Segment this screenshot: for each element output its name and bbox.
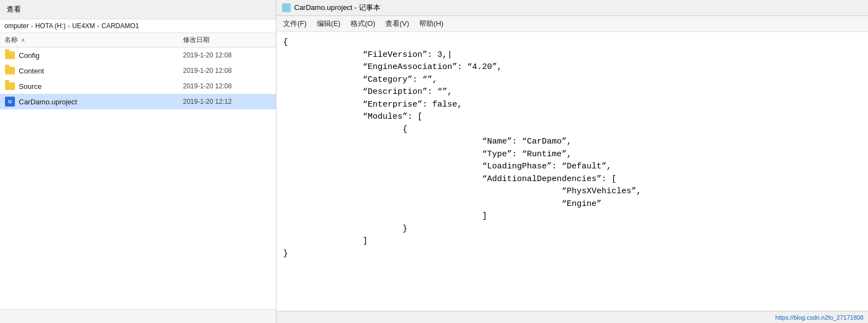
file-date-content: 2019-1-20 12:08 <box>183 67 271 75</box>
breadcrumb-sep-3: › <box>97 23 100 29</box>
breadcrumb-cardamo1[interactable]: CARDAMO1 <box>102 22 139 30</box>
list-item[interactable]: U CarDamo.uproject 2019-1-20 12:12 <box>0 94 276 109</box>
menu-view[interactable]: 查看(V) <box>381 17 414 30</box>
menu-help[interactable]: 帮助(H) <box>415 17 448 30</box>
notepad-text-area[interactable]: { “FileVersion”: 3,| “EngineAssociation”… <box>276 32 868 311</box>
uproject-icon: U <box>4 97 15 107</box>
menu-format[interactable]: 格式(O) <box>346 17 380 30</box>
file-date-config: 2019-1-20 12:08 <box>183 51 271 59</box>
notepad-statusbar: https://blog.csdn.n2fo_27171808 <box>276 311 868 323</box>
notepad-titlebar: CarDamo.uproject - 记事本 <box>276 0 868 16</box>
folder-icon <box>4 50 15 60</box>
file-name-content: Content <box>19 67 183 75</box>
explorer-bottom <box>0 309 276 323</box>
toolbar-label: 查看 <box>7 4 21 14</box>
column-headers: 名称 ∧ 修改日期 <box>0 33 276 47</box>
folder-icon <box>4 66 15 76</box>
col-name-header[interactable]: 名称 ∧ <box>4 35 183 45</box>
notepad-menubar: 文件(F) 编辑(E) 格式(O) 查看(V) 帮助(H) <box>276 16 868 32</box>
notepad-app-icon <box>282 3 291 12</box>
breadcrumb-hota[interactable]: HOTA (H:) <box>35 22 66 30</box>
notepad-title-left: CarDamo.uproject - 记事本 <box>282 3 380 13</box>
list-item[interactable]: Source 2019-1-20 12:08 <box>0 78 276 94</box>
folder-icon <box>4 81 15 91</box>
file-date-source: 2019-1-20 12:08 <box>183 82 271 90</box>
notepad-title-text: CarDamo.uproject - 记事本 <box>294 3 380 13</box>
breadcrumb-ue4xm[interactable]: UE4XM <box>72 22 95 30</box>
file-name-uproject: CarDamo.uproject <box>19 98 183 106</box>
file-explorer: 查看 omputer › HOTA (H:) › UE4XM › CARDAMO… <box>0 0 276 323</box>
file-date-uproject: 2019-1-20 12:12 <box>183 98 271 105</box>
menu-edit[interactable]: 编辑(E) <box>312 17 345 30</box>
breadcrumb-sep-2: › <box>68 23 70 29</box>
explorer-toolbar: 查看 <box>0 0 276 19</box>
col-date-header[interactable]: 修改日期 <box>183 35 271 45</box>
list-item[interactable]: Content 2019-1-20 12:08 <box>0 63 276 78</box>
file-name-config: Config <box>19 51 183 60</box>
sort-icon: ∧ <box>21 37 25 43</box>
file-name-source: Source <box>19 82 183 91</box>
notepad-window: CarDamo.uproject - 记事本 文件(F) 编辑(E) 格式(O)… <box>276 0 868 323</box>
breadcrumb-bar: omputer › HOTA (H:) › UE4XM › CARDAMO1 <box>0 19 276 33</box>
menu-file[interactable]: 文件(F) <box>279 17 311 30</box>
list-item[interactable]: Config 2019-1-20 12:08 <box>0 47 276 63</box>
breadcrumb-computer[interactable]: omputer <box>4 22 29 30</box>
file-list: Config 2019-1-20 12:08 Content 2019-1-20… <box>0 47 276 309</box>
statusbar-url: https://blog.csdn.n2fo_27171808 <box>775 314 864 321</box>
breadcrumb-sep-1: › <box>31 23 33 29</box>
